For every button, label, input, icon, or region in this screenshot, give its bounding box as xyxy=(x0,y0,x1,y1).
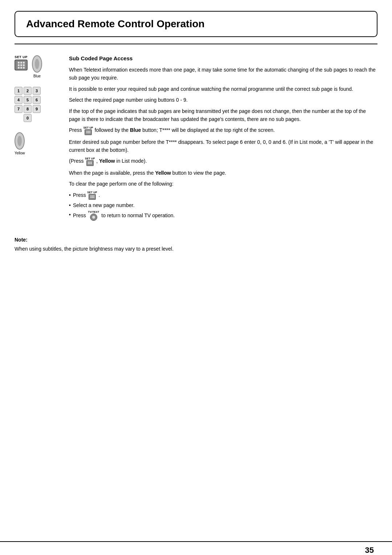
page-header: Advanced Remote Control Operation xyxy=(15,11,377,37)
setup-label: SET UP xyxy=(15,55,28,59)
para-4: If the top of the page indicates that su… xyxy=(69,107,377,123)
bullet-dot-1: • xyxy=(69,191,71,199)
num-key-3: 3 xyxy=(33,87,41,95)
remote-column: SET UP Blue xyxy=(15,55,62,222)
press-yellow-mid: , Yellow in List mode). xyxy=(96,158,147,164)
followed-by-text: followed by the Blue button; T**** will … xyxy=(95,127,275,133)
inline-setup-icon-1: SET UP xyxy=(83,126,93,135)
page-number: 35 xyxy=(365,546,374,555)
setup-button xyxy=(15,60,28,70)
inline-setup-icon-2: SET UP xyxy=(85,157,95,166)
bullet-3-text: Press TV/TEXT to return to normal TV ope… xyxy=(73,211,175,221)
yellow-label: Yellow xyxy=(15,151,25,155)
yellow-bold-2: Yellow xyxy=(155,170,171,176)
num-key-4: 4 xyxy=(15,96,23,104)
inline-btn-3 xyxy=(89,194,96,200)
para-1-text: When Teletext information exceeds more t… xyxy=(69,67,376,81)
inline-btn-grid-2 xyxy=(88,162,92,164)
note-section: Note: When using subtitles, the picture … xyxy=(15,237,377,253)
num-key-5: 5 xyxy=(24,96,32,104)
para-3-text: Select the required page number using bu… xyxy=(69,97,188,103)
inline-tvtext-btn xyxy=(90,214,97,221)
inline-btn-1 xyxy=(85,129,92,135)
num-key-8: 8 xyxy=(24,105,32,113)
bullet-dot-2: • xyxy=(69,201,71,209)
blue-oval-inner xyxy=(35,59,39,69)
section-title: Sub Coded Page Access xyxy=(69,55,377,61)
setup-group: SET UP Blue xyxy=(15,55,42,78)
num-key-7: 7 xyxy=(15,105,23,113)
press-text: Press xyxy=(69,127,83,133)
para-4-text: If the top of the page indicates that su… xyxy=(69,108,366,122)
bullet-1: • Press SET UP . xyxy=(69,191,377,200)
text-column: Sub Coded Page Access When Teletext info… xyxy=(69,55,377,222)
para-1: When Teletext information exceeds more t… xyxy=(69,66,377,82)
press-yellow-pre: (Press xyxy=(69,158,85,164)
num-key-9: 9 xyxy=(33,105,41,113)
blue-button-col: Blue xyxy=(32,55,42,78)
when-page-text: When the page is available, press the Ye… xyxy=(69,170,226,176)
bullet-2-text: Select a new page number. xyxy=(73,201,135,209)
clear-text: To clear the page perform one of the fol… xyxy=(69,181,173,187)
bullet-3: • Press TV/TEXT to return to normal TV o… xyxy=(69,211,377,221)
blue-bold: Blue xyxy=(130,127,141,133)
bullet-dot-3: • xyxy=(69,211,71,219)
para-2: It is possible to enter your required su… xyxy=(69,85,377,93)
inline-setup-text-1: SET UP xyxy=(83,126,93,129)
inline-setup-text-2: SET UP xyxy=(85,157,95,160)
inline-btn-2 xyxy=(86,160,94,166)
para-3: Select the required page number using bu… xyxy=(69,96,377,104)
para-press-blue: Press SET UP followed by the Blue button… xyxy=(69,126,377,135)
blue-label: Blue xyxy=(33,74,41,78)
setup-button-grid xyxy=(18,62,25,69)
inline-btn-grid-3 xyxy=(90,195,94,198)
num-key-1: 1 xyxy=(15,87,23,95)
bullet-1-text: Press SET UP . xyxy=(73,191,100,200)
blue-oval-button xyxy=(32,55,42,73)
content-area: SET UP Blue xyxy=(15,55,377,222)
page-wrapper: Advanced Remote Control Operation SET UP xyxy=(0,11,392,555)
page-title: Advanced Remote Control Operation xyxy=(26,18,205,29)
inline-tvtext-icon: TV/TEXT xyxy=(88,211,99,221)
para-clear: To clear the page perform one of the fol… xyxy=(69,180,377,188)
para-press-yellow: (Press SET UP , Yellow in List mode). xyxy=(69,157,377,166)
yellow-oval-button xyxy=(15,132,25,150)
inline-tvtext-label: TV/TEXT xyxy=(88,211,99,213)
note-text: When using subtitles, the picture bright… xyxy=(15,245,377,253)
para-enter-sub: Enter desired sub page number before the… xyxy=(69,138,377,154)
inline-setup-text-3: SET UP xyxy=(87,191,97,194)
enter-sub-text: Enter desired sub page number before the… xyxy=(69,139,373,153)
inline-tvtext-btn-inner xyxy=(92,216,95,219)
numpad-group: 1 2 3 4 5 6 7 8 9 0 xyxy=(15,87,41,122)
bullet-2: • Select a new page number. xyxy=(69,201,377,209)
note-title: Note: xyxy=(15,237,377,243)
inline-setup-icon-3: SET UP xyxy=(87,191,97,200)
para-when-page: When the page is available, press the Ye… xyxy=(69,169,377,177)
header-rule xyxy=(15,44,377,44)
yellow-bold: Yellow xyxy=(99,158,115,164)
num-key-2: 2 xyxy=(24,87,32,95)
num-key-6: 6 xyxy=(33,96,41,104)
num-key-0: 0 xyxy=(24,114,32,122)
setup-label-col: SET UP xyxy=(15,55,28,70)
yellow-group: Yellow xyxy=(15,132,25,155)
page-footer: 35 xyxy=(0,541,392,555)
para-2-text: It is possible to enter your required su… xyxy=(69,86,353,92)
inline-btn-grid-1 xyxy=(86,131,90,133)
yellow-oval-inner xyxy=(17,136,22,146)
numpad-grid: 1 2 3 4 5 6 7 8 9 0 xyxy=(15,87,41,122)
